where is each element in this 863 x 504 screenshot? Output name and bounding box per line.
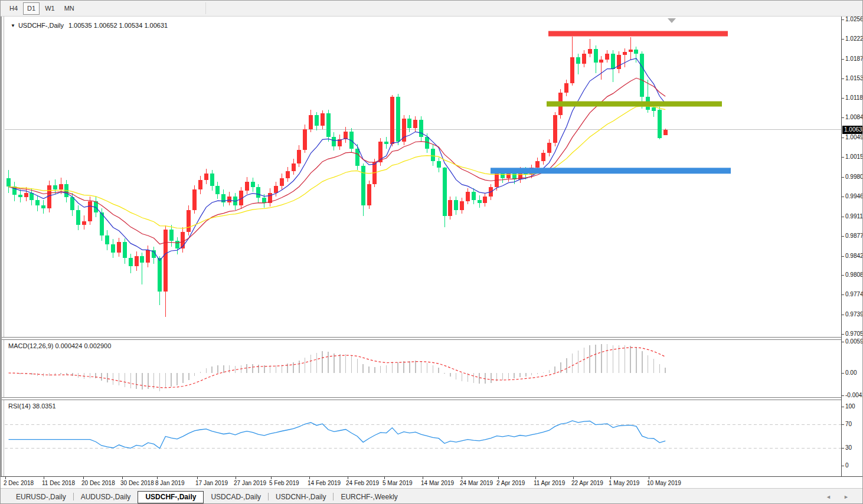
date-axis-tick bbox=[535, 477, 536, 479]
macd-indicator-pane[interactable]: MACD(12,26,9) 0.000424 0.002900 bbox=[5, 340, 841, 397]
price-axis-tick-label: 1.00490 bbox=[845, 134, 863, 140]
date-axis-tick bbox=[610, 477, 611, 479]
candle-body bbox=[472, 192, 476, 200]
candle-body bbox=[123, 242, 127, 258]
candle-body bbox=[535, 161, 540, 168]
candle-body bbox=[576, 57, 580, 64]
price-axis-tick-label: 70 bbox=[845, 421, 852, 427]
candle-body bbox=[192, 189, 197, 210]
candle-body bbox=[396, 97, 400, 141]
timeframe-button-mn[interactable]: MN bbox=[60, 2, 79, 15]
price-axis-tick-label: 0.99110 bbox=[845, 213, 863, 220]
price-axis-tick-label: 1.00840 bbox=[845, 114, 863, 120]
tab-audusd-daily[interactable]: AUDUSD-,Daily bbox=[74, 492, 138, 503]
date-axis-tick bbox=[649, 477, 649, 479]
tab-scroll-left-icon[interactable]: ◄ bbox=[826, 494, 831, 500]
candle-body bbox=[652, 107, 656, 111]
candle-body bbox=[413, 120, 417, 128]
date-axis-label: 14 Mar 2019 bbox=[421, 480, 454, 486]
price-axis-tick-label: 1.01870 bbox=[845, 55, 863, 62]
candle-body bbox=[384, 142, 388, 144]
date-axis-tick bbox=[83, 477, 84, 479]
candle-body bbox=[215, 186, 220, 194]
price-axis-tick bbox=[842, 466, 844, 466]
candle-body bbox=[198, 180, 202, 189]
chart-ohlc-values: 1.00535 1.00652 1.00534 1.00631 bbox=[68, 22, 168, 29]
date-axis-tick bbox=[157, 477, 158, 479]
date-axis-label: 27 Jan 2019 bbox=[234, 480, 266, 486]
date-axis-tick bbox=[462, 477, 462, 479]
candle-body bbox=[547, 143, 551, 153]
candle-body bbox=[390, 97, 394, 143]
date-axis-label: 2 Dec 2018 bbox=[4, 480, 34, 486]
candle-body bbox=[605, 54, 609, 60]
date-axis-tick bbox=[197, 477, 198, 479]
price-axis-tick-label: 1.02560 bbox=[845, 16, 863, 22]
candle-body bbox=[100, 212, 104, 235]
chart-shift-marker-icon[interactable] bbox=[668, 18, 676, 23]
broken-support-line[interactable] bbox=[547, 102, 722, 107]
candlestick-chart-canvas[interactable] bbox=[5, 17, 841, 337]
candle-body bbox=[251, 182, 255, 188]
candle-body bbox=[309, 115, 313, 129]
price-axis-tick-label: 1.02220 bbox=[845, 35, 863, 42]
candle-body bbox=[315, 115, 319, 125]
candle-body bbox=[175, 241, 179, 248]
timeframe-button-h4[interactable]: H4 bbox=[5, 2, 22, 15]
candle-body bbox=[443, 168, 447, 215]
candle-body bbox=[332, 137, 336, 146]
candle-body bbox=[460, 201, 464, 210]
date-axis-label: 11 Apr 2019 bbox=[534, 480, 565, 486]
candle-body bbox=[355, 149, 359, 166]
date-axis-tick bbox=[309, 477, 310, 479]
candle-body bbox=[274, 186, 278, 193]
tab-eurchf-weekly[interactable]: EURCHF-,Weekly bbox=[334, 492, 404, 503]
candle-body bbox=[466, 192, 470, 201]
tab-eurusd-daily[interactable]: EURUSD-,Daily bbox=[9, 492, 73, 503]
candle-body bbox=[111, 244, 115, 253]
price-axis-tick bbox=[842, 78, 844, 79]
candle-body bbox=[169, 230, 174, 241]
candle-body bbox=[105, 235, 109, 244]
candle-body bbox=[18, 195, 22, 197]
price-axis-tick-label: 1.00150 bbox=[845, 153, 863, 160]
candle-body bbox=[478, 200, 482, 204]
candle-body bbox=[570, 57, 574, 84]
rsi-chart-canvas[interactable] bbox=[5, 400, 841, 476]
price-axis-tick-label: 1.01180 bbox=[845, 94, 863, 101]
current-price-tag: 1.00631 bbox=[842, 126, 863, 134]
candle-body bbox=[367, 184, 371, 206]
price-axis-tick-label: 0.00597 bbox=[845, 338, 863, 345]
rsi-indicator-pane[interactable]: RSI(14) 38.0351 bbox=[5, 400, 841, 476]
candle-body bbox=[256, 187, 260, 197]
tab-usdchf-daily[interactable]: USDCHF-,Daily bbox=[138, 491, 204, 503]
candle-body bbox=[129, 258, 133, 266]
support-line[interactable] bbox=[491, 168, 731, 174]
timeframe-toolbar: H4D1W1MN bbox=[1, 1, 863, 17]
date-axis-label: 30 Dec 2018 bbox=[120, 480, 154, 486]
tab-usdcnh-daily[interactable]: USDCNH-,Daily bbox=[269, 492, 333, 503]
candle-body bbox=[35, 200, 40, 206]
candle-body bbox=[582, 54, 586, 64]
main-chart-pane[interactable]: ▼USDCHF-,Daily1.00535 1.00652 1.00534 1.… bbox=[5, 17, 841, 337]
price-axis[interactable]: 1.00631 1.025601.022201.018701.015301.01… bbox=[841, 17, 863, 476]
price-axis-tick bbox=[842, 315, 844, 315]
tab-usdcad-daily[interactable]: USDCAD-,Daily bbox=[204, 492, 268, 503]
resistance-line[interactable] bbox=[548, 31, 728, 37]
chart-dropdown-icon[interactable]: ▼ bbox=[11, 23, 15, 28]
price-axis-tick bbox=[842, 117, 844, 118]
candle-body bbox=[623, 52, 627, 55]
tab-scroll-right-icon[interactable]: ► bbox=[844, 494, 849, 500]
date-axis-label: 14 Feb 2019 bbox=[308, 480, 341, 486]
candle-body bbox=[407, 119, 411, 127]
date-axis[interactable]: 2 Dec 201811 Dec 201820 Dec 201830 Dec 2… bbox=[1, 476, 863, 489]
timeframe-button-d1[interactable]: D1 bbox=[23, 2, 40, 15]
price-axis-tick bbox=[842, 19, 844, 20]
rsi-line bbox=[9, 421, 666, 449]
date-axis-label: 5 Mar 2019 bbox=[383, 480, 413, 486]
candle-body bbox=[76, 210, 80, 225]
timeframe-button-w1[interactable]: W1 bbox=[41, 2, 59, 15]
macd-chart-canvas[interactable] bbox=[5, 340, 841, 397]
price-axis-tick-label: 0.98080 bbox=[845, 271, 863, 278]
price-axis-tick bbox=[842, 407, 844, 407]
